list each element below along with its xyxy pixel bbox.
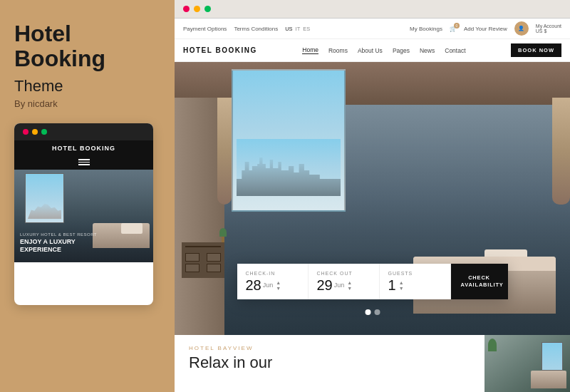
nav-pages[interactable]: Pages <box>393 47 410 54</box>
checkin-up-arrow[interactable]: ▲ <box>276 280 281 285</box>
theme-subtitle: Theme <box>14 77 160 96</box>
hero-slide-dots <box>365 309 380 315</box>
checkout-value-wrap: 29 Jun ▲ ▼ <box>317 278 370 292</box>
language-switcher: US IT ES <box>285 26 310 32</box>
preview-titlebar <box>14 123 153 140</box>
guests-down-arrow[interactable]: ▼ <box>399 286 404 291</box>
thumb-bed <box>531 371 566 388</box>
window-element <box>25 173 64 223</box>
guests-label: GUESTS <box>388 271 442 276</box>
checkout-field: CHECK OUT 29 Jun ▲ ▼ <box>309 264 380 299</box>
main-title: Hotel Booking <box>14 21 160 71</box>
guests-count[interactable]: 1 <box>388 278 396 292</box>
browser-dot-red[interactable] <box>183 6 190 12</box>
checkin-day[interactable]: 28 <box>246 278 261 292</box>
checkin-field: CHECK-IN 28 Jun ▲ ▼ <box>237 264 309 299</box>
checkout-day[interactable]: 29 <box>317 278 333 292</box>
plant-foliage <box>219 228 227 237</box>
ham-line-2 <box>78 162 90 163</box>
hero-dresser <box>182 242 224 278</box>
thumb-plant <box>488 339 497 351</box>
browser-chrome <box>175 0 570 19</box>
bottom-room-image <box>484 335 570 392</box>
section-title: Relax in our <box>189 354 470 371</box>
ham-line-3 <box>78 164 90 165</box>
top-bar-left: Payment Options Terms Conditions US IT E… <box>183 26 310 32</box>
checkin-value-wrap: 28 Jun ▲ ▼ <box>246 278 299 292</box>
checkout-month: Jun <box>334 282 345 289</box>
bottom-section: HOTEL BAYVIEW Relax in our <box>175 335 570 392</box>
slide-dot-2[interactable] <box>374 309 380 315</box>
user-avatar[interactable]: 👤 <box>514 21 529 36</box>
book-now-button[interactable]: BOOK NOW <box>511 43 561 57</box>
checkin-month: Jun <box>263 282 274 289</box>
nav-news[interactable]: News <box>420 47 435 54</box>
lang-it[interactable]: IT <box>296 26 301 32</box>
website-preview: Payment Options Terms Conditions US IT E… <box>175 19 570 392</box>
bottom-text: HOTEL BAYVIEW Relax in our <box>175 335 484 392</box>
guests-up-arrow[interactable]: ▲ <box>399 280 404 285</box>
top-bar-right: My Bookings 🛒 0 Add Your Review 👤 My Acc… <box>410 21 561 36</box>
thumb-window <box>542 342 563 371</box>
overlay-text: LUXURY HOTEL & BEST RESORT ENJOY A LUXUR… <box>20 232 147 254</box>
site-logo[interactable]: HOTEL BOOKING <box>183 46 257 54</box>
nav-home[interactable]: Home <box>302 46 318 54</box>
hero-window <box>232 69 346 212</box>
nav-bar: HOTEL BOOKING Home Rooms About Us Pages … <box>175 39 570 62</box>
mobile-preview: HOTEL BOOKING LUXURY HOTEL & BEST RESORT… <box>14 123 153 305</box>
add-review-link[interactable]: Add Your Review <box>464 26 507 32</box>
cart-badge: 0 <box>454 23 460 29</box>
booking-widget: CHECK-IN 28 Jun ▲ ▼ CHECK OUT 29 <box>237 264 508 299</box>
overlay-big: ENJOY A LUXURYEXPERIENCE <box>20 238 147 254</box>
city-skyline-preview <box>28 201 61 219</box>
left-panel: Hotel Booking Theme By nicdark HOTEL BOO… <box>0 0 175 392</box>
nav-rooms[interactable]: Rooms <box>328 47 348 54</box>
plant <box>217 228 228 242</box>
checkout-down-arrow[interactable]: ▼ <box>347 286 352 291</box>
browser-dot-green[interactable] <box>204 6 211 12</box>
guests-arrows[interactable]: ▲ ▼ <box>399 280 404 291</box>
my-bookings-link[interactable]: My Bookings <box>410 26 442 32</box>
drawer-4 <box>207 264 221 272</box>
nav-contact[interactable]: Contact <box>445 47 465 54</box>
checkout-arrows[interactable]: ▲ ▼ <box>347 280 352 291</box>
cart-icon-wrap[interactable]: 🛒 0 <box>450 26 457 32</box>
checkin-label: CHECK-IN <box>246 271 299 276</box>
dot-green <box>41 129 47 135</box>
drawer-1 <box>185 253 200 262</box>
terms-link[interactable]: Terms Conditions <box>234 26 278 32</box>
guests-value-wrap: 1 ▲ ▼ <box>388 278 442 292</box>
nav-links: Home Rooms About Us Pages News Contact <box>302 46 465 54</box>
author-label: By nicdark <box>14 98 160 109</box>
title-line1: Relax in our <box>189 354 272 371</box>
slide-dot-1[interactable] <box>365 309 370 315</box>
checkin-down-arrow[interactable]: ▼ <box>276 286 281 291</box>
dot-yellow <box>32 129 38 135</box>
dot-red <box>23 129 28 135</box>
lang-us[interactable]: US <box>285 26 292 32</box>
dresser-top <box>185 246 221 247</box>
hotel-name-label: HOTEL BAYVIEW <box>189 345 470 351</box>
window-city-view <box>237 139 341 196</box>
overlay-small: LUXURY HOTEL & BEST RESORT <box>20 232 147 237</box>
preview-hotel-name: HOTEL BOOKING <box>14 140 153 156</box>
hamburger-menu[interactable] <box>14 156 153 170</box>
guests-field: GUESTS 1 ▲ ▼ <box>380 264 451 299</box>
drawer-2 <box>207 253 221 262</box>
checkin-arrows[interactable]: ▲ ▼ <box>276 280 281 291</box>
user-account-label: My AccountUS $ <box>536 24 561 33</box>
top-bar: Payment Options Terms Conditions US IT E… <box>175 19 570 39</box>
lang-es[interactable]: ES <box>303 26 310 32</box>
check-availability-button[interactable]: CHECKAVAILABILITY <box>451 264 508 299</box>
nav-about[interactable]: About Us <box>358 47 383 54</box>
curtain-right <box>552 98 570 205</box>
curtain-left <box>217 98 232 205</box>
plant-pot <box>222 237 224 242</box>
hero-section: CHECK-IN 28 Jun ▲ ▼ CHECK OUT 29 <box>175 62 570 335</box>
payment-options-link[interactable]: Payment Options <box>183 26 227 32</box>
checkout-up-arrow[interactable]: ▲ <box>347 280 352 285</box>
ham-line-1 <box>78 159 90 160</box>
preview-hero-image: LUXURY HOTEL & BEST RESORT ENJOY A LUXUR… <box>14 170 153 262</box>
right-panel: Payment Options Terms Conditions US IT E… <box>175 0 570 392</box>
browser-dot-yellow[interactable] <box>194 6 200 12</box>
